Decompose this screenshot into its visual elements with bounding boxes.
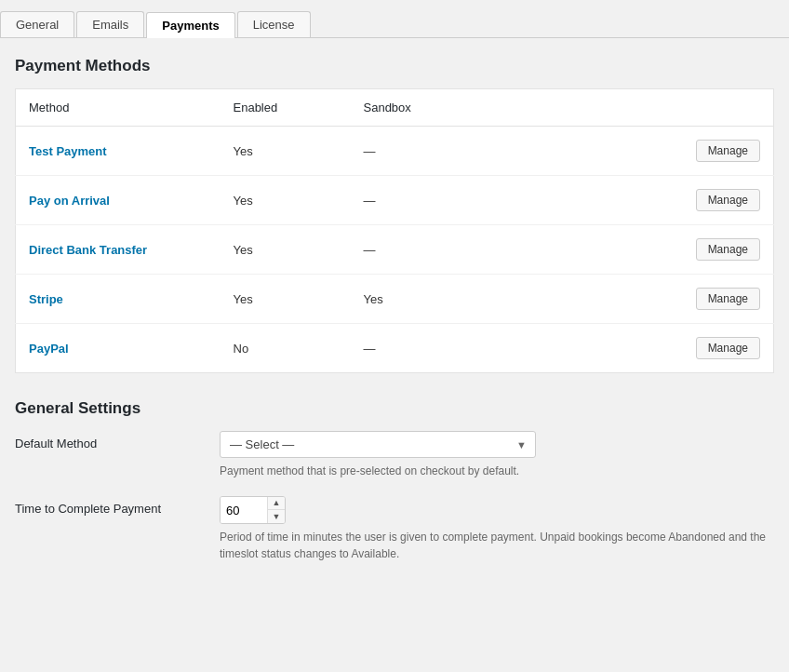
manage-button-test-payment[interactable]: Manage [696, 140, 760, 162]
tab-general[interactable]: General [0, 11, 74, 37]
enabled-cell: Yes [221, 127, 351, 176]
tab-license[interactable]: License [237, 11, 311, 37]
action-cell: Manage [500, 324, 774, 373]
default-method-control: — Select —Test PaymentPay on ArrivalDire… [220, 431, 774, 479]
method-link-stripe[interactable]: Stripe [29, 292, 63, 306]
tabs-bar: General Emails Payments License [0, 0, 789, 38]
time-to-complete-row: Time to Complete Payment ▲ ▼ Period of t… [15, 496, 774, 562]
table-row: Stripe Yes Yes Manage [16, 275, 774, 324]
time-to-complete-control: ▲ ▼ Period of time in minutes the user i… [220, 496, 774, 562]
method-cell: Pay on Arrival [16, 176, 221, 225]
general-settings-section: General Settings Default Method — Select… [15, 399, 774, 562]
action-cell: Manage [500, 275, 774, 324]
action-cell: Manage [500, 127, 774, 176]
sandbox-cell: Yes [351, 275, 500, 324]
page-wrapper: General Emails Payments License Payment … [0, 0, 789, 672]
general-settings-title: General Settings [15, 399, 774, 418]
spinner-up-button[interactable]: ▲ [268, 497, 285, 510]
table-row: Test Payment Yes — Manage [16, 127, 774, 176]
time-to-complete-description: Period of time in minutes the user is gi… [220, 529, 774, 562]
time-to-complete-label: Time to Complete Payment [15, 496, 220, 516]
method-link-direct-bank-transfer[interactable]: Direct Bank Transfer [29, 243, 147, 257]
tab-payments[interactable]: Payments [146, 12, 234, 38]
method-link-test-payment[interactable]: Test Payment [29, 144, 107, 158]
manage-button-stripe[interactable]: Manage [696, 288, 760, 310]
default-method-row: Default Method — Select —Test PaymentPay… [15, 431, 774, 479]
method-cell: Stripe [16, 275, 221, 324]
table-row: PayPal No — Manage [16, 324, 774, 373]
method-cell: PayPal [16, 324, 221, 373]
table-row: Pay on Arrival Yes — Manage [16, 176, 774, 225]
action-cell: Manage [500, 176, 774, 225]
spinner-buttons: ▲ ▼ [267, 497, 285, 523]
tab-emails[interactable]: Emails [76, 11, 144, 37]
default-method-select[interactable]: — Select —Test PaymentPay on ArrivalDire… [220, 431, 536, 458]
default-method-label: Default Method [15, 431, 220, 450]
time-to-complete-input[interactable] [221, 497, 267, 523]
table-body: Test Payment Yes — Manage Pay on Arrival… [16, 127, 774, 373]
method-cell: Direct Bank Transfer [16, 225, 221, 275]
enabled-cell: No [221, 324, 351, 373]
method-link-paypal[interactable]: PayPal [29, 342, 69, 356]
sandbox-cell: — [351, 324, 500, 373]
sandbox-cell: — [351, 176, 500, 225]
payment-methods-title: Payment Methods [15, 57, 774, 75]
method-cell: Test Payment [16, 127, 221, 176]
time-to-complete-input-wrapper: ▲ ▼ [220, 496, 286, 524]
sandbox-cell: — [351, 225, 500, 275]
enabled-cell: Yes [221, 275, 351, 324]
main-content: Payment Methods Method Enabled Sandbox T… [0, 38, 789, 598]
action-cell: Manage [500, 225, 774, 275]
enabled-cell: Yes [221, 225, 351, 275]
spinner-down-button[interactable]: ▼ [268, 510, 285, 523]
manage-button-pay-on-arrival[interactable]: Manage [696, 189, 760, 211]
manage-button-paypal[interactable]: Manage [696, 337, 760, 359]
sandbox-cell: — [351, 127, 500, 176]
table-row: Direct Bank Transfer Yes — Manage [16, 225, 774, 275]
col-header-method: Method [16, 89, 221, 127]
default-method-select-wrapper: — Select —Test PaymentPay on ArrivalDire… [220, 431, 536, 458]
method-link-pay-on-arrival[interactable]: Pay on Arrival [29, 194, 110, 208]
payment-methods-section: Payment Methods Method Enabled Sandbox T… [15, 57, 774, 373]
enabled-cell: Yes [221, 176, 351, 225]
manage-button-direct-bank-transfer[interactable]: Manage [696, 238, 760, 261]
col-header-action [500, 89, 774, 127]
col-header-enabled: Enabled [221, 89, 351, 127]
table-header: Method Enabled Sandbox [16, 89, 774, 127]
payment-methods-table: Method Enabled Sandbox Test Payment Yes … [15, 88, 774, 373]
col-header-sandbox: Sandbox [351, 89, 500, 127]
default-method-description: Payment method that is pre-selected on c… [220, 463, 774, 479]
